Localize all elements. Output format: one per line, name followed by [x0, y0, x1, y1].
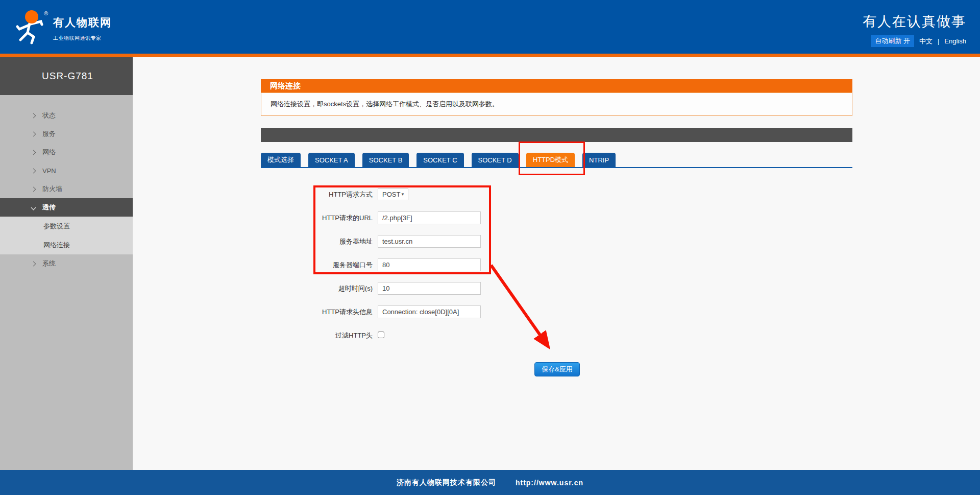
field-label: 服务器端口号 [261, 261, 373, 270]
sidebar-item-label: 系统 [42, 259, 56, 268]
header-slogan: 有人在认真做事 [863, 12, 966, 31]
sidebar-item-system[interactable]: 系统 [0, 254, 133, 273]
sidebar-item-label: 防火墙 [42, 184, 62, 194]
sidebar: USR-G781 状态 服务 网络 VPN 防火墙 [0, 57, 133, 470]
sidebar-item-status[interactable]: 状态 [0, 106, 133, 125]
sidebar-item-label: 网络 [42, 148, 56, 157]
form-row-http-method: HTTP请求方式 POST ▼ [261, 188, 852, 201]
submenu-item-parameter-settings[interactable]: 参数设置 [0, 217, 133, 235]
submenu-item-network-connection[interactable]: 网络连接 [0, 235, 133, 254]
lang-separator: | [938, 37, 939, 45]
chevron-right-icon [31, 150, 36, 155]
field-label: 服务器地址 [261, 237, 373, 246]
page-title: 网络连接 [261, 79, 852, 92]
form-row-http-url: HTTP请求的URL [261, 211, 852, 224]
sidebar-menu: 状态 服务 网络 VPN 防火墙 透传 [0, 106, 133, 273]
page-description: 网络连接设置，即sockets设置，选择网络工作模式、是否启用以及联网参数。 [261, 92, 852, 116]
select-arrow-icon: ▼ [401, 192, 405, 197]
auto-refresh-toggle[interactable]: 自动刷新 开 [871, 35, 914, 47]
tab-bar: 模式选择 SOCKET A SOCKET B SOCKET C SOCKET D… [261, 153, 852, 168]
chevron-right-icon [31, 113, 36, 118]
lang-chinese-link[interactable]: 中文 [919, 37, 933, 46]
http-method-select[interactable]: POST ▼ [378, 188, 408, 200]
chevron-right-icon [31, 186, 36, 192]
tab-ntrip[interactable]: NTRIP [582, 153, 616, 167]
usr-logo-icon: ® [9, 6, 51, 47]
chevron-down-icon [31, 205, 36, 210]
field-label: HTTP请求头信息 [261, 308, 373, 317]
footer-company: 济南有人物联网技术有限公司 [397, 478, 496, 487]
filter-http-header-checkbox[interactable] [378, 332, 384, 338]
sidebar-item-label: 状态 [42, 111, 56, 120]
field-label: 过滤HTTP头 [261, 331, 373, 340]
form-row-http-header: HTTP请求头信息 [261, 305, 852, 318]
sidebar-item-vpn[interactable]: VPN [0, 161, 133, 180]
tab-socket-d[interactable]: SOCKET D [472, 153, 519, 167]
sidebar-item-services[interactable]: 服务 [0, 125, 133, 143]
form-row-server-address: 服务器地址 [261, 235, 852, 248]
brand-subtitle: 工业物联网通讯专家 [53, 35, 112, 42]
device-model-title: USR-G781 [0, 57, 133, 95]
chevron-right-icon [31, 131, 36, 136]
sidebar-item-label: 透传 [42, 203, 56, 212]
sidebar-submenu: 参数设置 网络连接 [0, 217, 133, 254]
chevron-right-icon [31, 261, 36, 266]
submenu-item-label: 网络连接 [43, 241, 70, 250]
sidebar-item-network[interactable]: 网络 [0, 143, 133, 161]
brand-title: 有人物联网 [53, 15, 112, 30]
http-header-input[interactable] [378, 305, 481, 318]
header-right: 有人在认真做事 自动刷新 开 中文 | English [863, 0, 980, 54]
field-label: 超时时间(s) [261, 284, 373, 293]
submenu-item-label: 参数设置 [43, 222, 70, 231]
field-label: HTTP请求的URL [261, 214, 373, 223]
tab-httpd-mode[interactable]: HTTPD模式 [526, 153, 575, 167]
brand-text: 有人物联网 工业物联网通讯专家 [51, 6, 112, 42]
tab-mode-select[interactable]: 模式选择 [261, 153, 301, 167]
tab-socket-c[interactable]: SOCKET C [416, 153, 463, 167]
sidebar-item-transparent-transmission[interactable]: 透传 [0, 198, 133, 217]
field-label: HTTP请求方式 [261, 190, 373, 199]
page-footer: 济南有人物联网技术有限公司 http://www.usr.cn [0, 470, 980, 495]
app-header: ® 有人物联网 工业物联网通讯专家 有人在认真做事 自动刷新 开 中文 | En… [0, 0, 980, 54]
server-port-input[interactable] [378, 258, 481, 271]
header-accent-stripe [0, 54, 980, 57]
brand: ® 有人物联网 工业物联网通讯专家 [0, 0, 112, 54]
lang-english-link[interactable]: English [944, 37, 966, 45]
chevron-right-icon [31, 168, 36, 173]
form-row-filter-http-header: 过滤HTTP头 [261, 329, 852, 342]
sidebar-item-label: VPN [42, 167, 56, 175]
section-spacer-bar [261, 128, 852, 142]
http-url-input[interactable] [378, 211, 481, 224]
header-links: 自动刷新 开 中文 | English [871, 35, 966, 47]
tab-socket-a[interactable]: SOCKET A [308, 153, 355, 167]
footer-url[interactable]: http://www.usr.cn [516, 479, 583, 487]
registered-mark: ® [44, 10, 48, 16]
sidebar-item-firewall[interactable]: 防火墙 [0, 180, 133, 198]
server-address-input[interactable] [378, 235, 481, 248]
save-apply-button[interactable]: 保存&应用 [534, 362, 580, 376]
form-row-server-port: 服务器端口号 [261, 258, 852, 271]
form-row-timeout: 超时时间(s) [261, 282, 852, 295]
sidebar-item-label: 服务 [42, 129, 56, 138]
selected-option: POST [382, 191, 400, 198]
httpd-form: HTTP请求方式 POST ▼ HTTP请求的URL 服务器地址 [261, 188, 852, 376]
main-content: 网络连接 网络连接设置，即sockets设置，选择网络工作模式、是否启用以及联网… [133, 57, 980, 470]
tab-socket-b[interactable]: SOCKET B [362, 153, 409, 167]
timeout-input[interactable] [378, 282, 481, 295]
